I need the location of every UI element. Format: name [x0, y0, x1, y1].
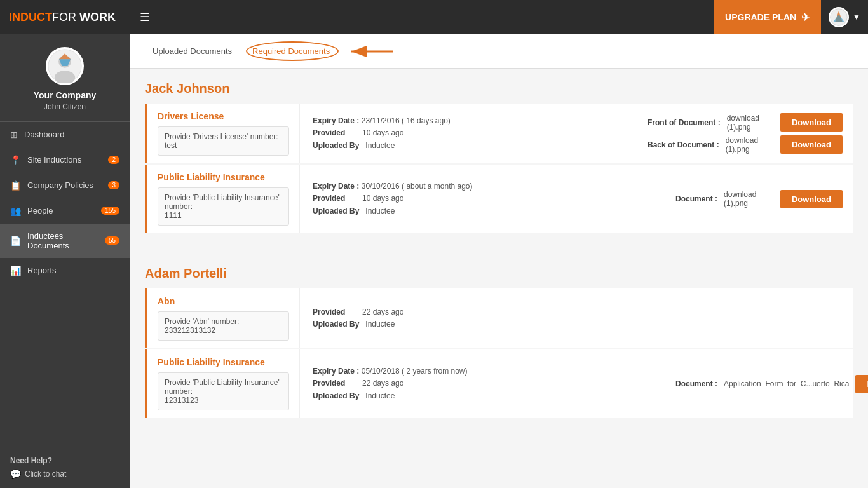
- person-name: Jack Johnson: [145, 81, 853, 96]
- expiry-label: Expiry Date :: [313, 182, 359, 191]
- inductees-documents-badge: 55: [105, 236, 119, 245]
- sidebar-item-site-inductions[interactable]: 📍 Site Inductions 2: [0, 147, 130, 173]
- uploaded-by-value: Inductee: [365, 207, 395, 215]
- sidebar-item-label: Company Policies: [27, 180, 93, 190]
- inductees-documents-icon: 📄: [10, 236, 21, 246]
- doc-info-label: Provide 'Public Liability Insurance' num…: [165, 193, 280, 211]
- doc-left: Public Liability Insurance Provide 'Publ…: [147, 349, 300, 418]
- logo-work: WORK: [76, 11, 116, 24]
- header-right: UPGRADE PLAN ✈ ▼: [714, 0, 868, 34]
- doc-info-label: Provide 'Drivers License' number:: [165, 132, 278, 141]
- doc-middle: Expiry Date : 05/10/2018 ( 2 years from …: [300, 349, 637, 418]
- doc-info-label: Provide 'Public Liability Insurance' num…: [165, 378, 280, 396]
- sidebar-bottom: Need Help? 💬 Click to chat: [0, 447, 130, 488]
- chat-icon: 💬: [10, 469, 21, 479]
- sidebar-item-people[interactable]: 👥 People 155: [0, 198, 130, 224]
- doc-title: Drivers License: [158, 111, 289, 121]
- doc-info-value: 233212313132: [165, 326, 215, 335]
- hamburger-menu-icon[interactable]: ☰: [140, 10, 150, 24]
- uploaded-by-value: Inductee: [365, 141, 395, 150]
- download-button-front[interactable]: Download: [780, 113, 843, 132]
- tab-required-wrapper: Required Documents: [252, 46, 330, 56]
- tab-required-documents[interactable]: Required Documents: [242, 41, 340, 61]
- provided-label: Provided: [313, 308, 345, 316]
- expiry-relative: ( 2 years from now): [402, 367, 467, 376]
- doc-info-box: Provide 'Abn' number: 233212313132: [158, 311, 289, 341]
- company-policies-badge: 3: [108, 181, 119, 189]
- person-separator: [130, 241, 868, 254]
- document-card-abn: Abn Provide 'Abn' number: 233212313132 P…: [145, 288, 853, 348]
- doc-info-box: Provide 'Drivers License' number: test: [158, 126, 289, 156]
- company-dropdown[interactable]: ▼: [821, 0, 868, 34]
- person-section-jack-johnson: Jack Johnson Drivers License Provide 'Dr…: [130, 69, 868, 241]
- provided-value: 22 days ago: [362, 308, 403, 316]
- doc-right: Document : download (1).png Download: [637, 165, 853, 233]
- tab-arrow-indicator: [345, 43, 396, 60]
- document-card-drivers-license: Drivers License Provide 'Drivers License…: [145, 104, 853, 163]
- doc-info-value: 12313123: [165, 396, 198, 405]
- sidebar-item-inductees-documents[interactable]: 📄 Inductees Documents 55: [0, 224, 130, 258]
- file-label-doc: Document :: [648, 379, 717, 388]
- site-inductions-badge: 2: [108, 156, 119, 164]
- company-name: Your Company: [34, 90, 97, 101]
- provided-value: 22 days ago: [362, 379, 403, 388]
- expiry-relative: ( about a month ago): [402, 182, 472, 191]
- sidebar-item-company-policies[interactable]: 📋 Company Policies 3: [0, 173, 130, 198]
- tabs-bar: Uploaded Documents Required Documents: [130, 34, 868, 69]
- uploaded-by-label: Uploaded By: [313, 207, 359, 215]
- person-section-adam-portelli: Adam Portelli Abn Provide 'Abn' number: …: [130, 254, 868, 426]
- doc-info-label: Provide 'Abn' number:: [165, 317, 239, 326]
- provided-label: Provided: [313, 128, 345, 137]
- doc-middle: Expiry Date : 30/10/2016 ( about a month…: [300, 165, 637, 233]
- download-button-doc[interactable]: Download: [780, 190, 843, 208]
- tab-uploaded-documents[interactable]: Uploaded Documents: [142, 41, 242, 61]
- dropdown-arrow-icon: ▼: [853, 13, 860, 22]
- file-name-back: download (1).png: [726, 136, 774, 154]
- expiry-label: Expiry Date :: [313, 367, 359, 376]
- expiry-date: 05/10/2018: [362, 367, 400, 376]
- logo-area: INDUCTFOR WORK: [0, 0, 130, 34]
- file-name-doc: Application_Form_for_C...uerto_Rica: [724, 379, 849, 388]
- doc-title: Public Liability Insurance: [158, 357, 289, 367]
- expiry-relative: ( 16 days ago): [402, 116, 451, 125]
- download-button-back[interactable]: Download: [780, 135, 843, 154]
- sidebar-item-reports[interactable]: 📊 Reports: [0, 258, 130, 283]
- doc-left: Abn Provide 'Abn' number: 233212313132: [147, 288, 300, 348]
- company-policies-icon: 📋: [10, 180, 21, 191]
- sidebar-item-label: Inductees Documents: [27, 231, 98, 250]
- people-icon: 👥: [10, 206, 21, 216]
- chat-label: Click to chat: [25, 470, 66, 478]
- click-to-chat-button[interactable]: 💬 Click to chat: [10, 469, 119, 479]
- send-icon: ✈: [801, 11, 810, 24]
- doc-meta: Expiry Date : 30/10/2016 ( about a month…: [313, 180, 624, 217]
- nav-items: ⊞ Dashboard 📍 Site Inductions 2 📋 Compan…: [0, 122, 130, 447]
- expiry-label: Expiry Date :: [313, 116, 359, 125]
- file-label-front: Front of Document :: [648, 118, 721, 127]
- sidebar-item-label: Reports: [27, 266, 57, 275]
- top-header: INDUCTFOR WORK ☰ UPGRADE PLAN ✈ ▼: [0, 0, 868, 34]
- doc-meta: Provided 22 days ago Uploaded By Inducte…: [313, 306, 624, 330]
- sidebar-item-dashboard[interactable]: ⊞ Dashboard: [0, 122, 130, 147]
- main-layout: Your Company John Citizen ⊞ Dashboard 📍 …: [0, 34, 868, 488]
- doc-left: Drivers License Provide 'Drivers License…: [147, 104, 300, 163]
- doc-info-value: test: [165, 141, 177, 150]
- doc-title: Public Liability Insurance: [158, 172, 289, 182]
- people-badge: 155: [101, 207, 119, 215]
- uploaded-by-label: Uploaded By: [313, 320, 359, 329]
- user-profile: Your Company John Citizen: [0, 34, 130, 122]
- doc-right: Document : Application_Form_for_C...uert…: [637, 349, 853, 418]
- download-button-adam-liability[interactable]: Download: [855, 375, 868, 393]
- content-area: Uploaded Documents Required Documents: [130, 34, 868, 488]
- sidebar: Your Company John Citizen ⊞ Dashboard 📍 …: [0, 34, 130, 488]
- user-name: John Citizen: [44, 102, 86, 111]
- doc-info-box: Provide 'Public Liability Insurance' num…: [158, 372, 289, 410]
- avatar: [46, 47, 84, 85]
- site-inductions-icon: 📍: [10, 155, 21, 165]
- upgrade-plan-button[interactable]: UPGRADE PLAN ✈: [714, 0, 821, 34]
- uploaded-by-label: Uploaded By: [313, 391, 359, 400]
- uploaded-by-label: Uploaded By: [313, 141, 359, 150]
- provided-value: 10 days ago: [362, 194, 403, 203]
- doc-middle: Expiry Date : 23/11/2016 ( 16 days ago) …: [300, 104, 637, 163]
- doc-meta: Expiry Date : 23/11/2016 ( 16 days ago) …: [313, 115, 624, 152]
- file-name-doc: download (1).png: [724, 190, 774, 208]
